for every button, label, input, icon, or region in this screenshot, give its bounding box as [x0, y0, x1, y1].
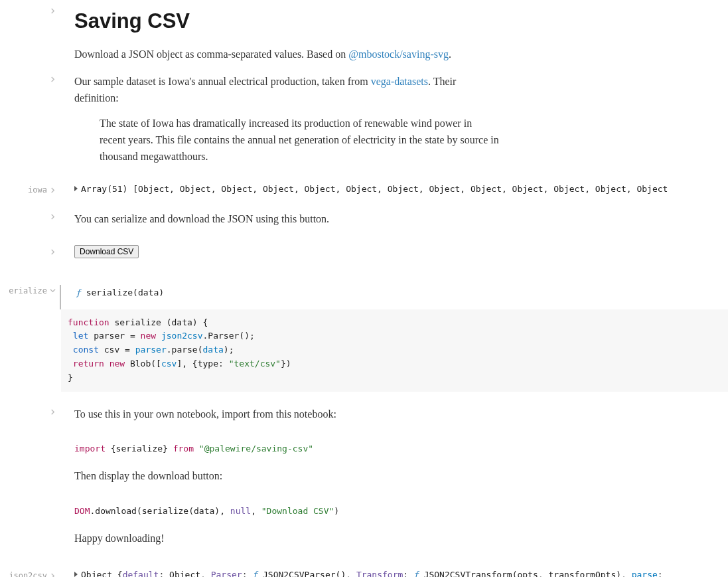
cell-title: Saving CSV Download a JSON object as com…	[0, 4, 728, 72]
import-line[interactable]: import {serialize} from "@palewire/savin…	[74, 440, 728, 459]
chevron-right-icon[interactable]	[48, 186, 57, 195]
definition-blockquote: The state of Iowa has dramatically incre…	[74, 116, 499, 165]
cell-sample: Our sample dataset is Iowa's annual elec…	[0, 72, 728, 165]
fn-f: ƒ	[76, 288, 81, 297]
sample-content: Our sample dataset is Iowa's annual elec…	[61, 72, 728, 165]
cell-explain: You can serialize and download the JSON …	[0, 210, 728, 237]
download-content: Download CSV	[61, 245, 728, 258]
intro-text: Download a JSON object as comma-separate…	[74, 48, 348, 60]
usage-content: To use this in your own notebook, import…	[61, 405, 728, 556]
intro-paragraph: Download a JSON object as comma-separate…	[74, 45, 499, 63]
dom-download-line[interactable]: DOM.download(serialize(data), null, "Dow…	[74, 502, 728, 521]
explain-content: You can serialize and download the JSON …	[61, 210, 486, 237]
gutter-json2csv: json2csv	[0, 571, 61, 577]
blockquote-text: The state of Iowa has dramatically incre…	[100, 118, 499, 162]
iowa-output-wrap: Array(51) [Object, Object, Object, Objec…	[61, 184, 728, 197]
cell-iowa: iowa Array(51) [Object, Object, Object, …	[0, 184, 728, 197]
page-title: Saving CSV	[74, 9, 728, 33]
chevron-down-icon[interactable]	[48, 286, 57, 295]
cell-usage: To use this in your own notebook, import…	[0, 405, 728, 556]
json2csv-scroll[interactable]: Object {default: Object, Parser: ƒ JSON2…	[74, 570, 728, 577]
sample-pre: Our sample dataset is Iowa's annual elec…	[74, 76, 371, 87]
iowa-output[interactable]: Array(51) [Object, Object, Object, Objec…	[74, 184, 728, 195]
title-content: Saving CSV Download a JSON object as com…	[61, 4, 728, 72]
iowa-label: iowa	[28, 185, 47, 195]
cell-json2csv: json2csv Object {default: Object, Parser…	[0, 570, 728, 577]
cell-download: Download CSV	[0, 245, 728, 258]
chevron-right-icon[interactable]	[48, 7, 57, 15]
gutter-serialize: erialize	[0, 285, 61, 295]
gutter	[0, 210, 61, 221]
happy: Happy downloading!	[74, 531, 499, 547]
chevron-right-icon[interactable]	[48, 75, 57, 84]
intro-link[interactable]: @mbostock/saving-svg	[348, 48, 449, 60]
serialize-explain: You can serialize and download the JSON …	[74, 211, 486, 228]
serialize-label: erialize	[9, 286, 47, 295]
chevron-right-icon[interactable]	[48, 408, 57, 416]
serialize-source[interactable]: function serialize (data) { let parser =…	[61, 309, 728, 392]
serialize-code: ƒ serialize(data) function serialize (da…	[61, 285, 728, 392]
chevron-right-icon[interactable]	[48, 248, 57, 256]
gutter	[0, 245, 61, 256]
json2csv-output-wrap: Object {default: Object, Parser: ƒ JSON2…	[61, 570, 728, 577]
sample-link[interactable]: vega-datasets	[371, 76, 428, 87]
intro-post: .	[449, 48, 451, 60]
gutter	[0, 4, 61, 15]
chevron-right-icon[interactable]	[48, 572, 57, 577]
chevron-right-icon[interactable]	[48, 212, 57, 221]
fn-signature: ƒ serialize(data)	[60, 285, 728, 309]
gutter-iowa: iowa	[0, 185, 61, 195]
json2csv-label: json2csv	[9, 571, 47, 577]
iowa-array-text: Array(51) [Object, Object, Object, Objec…	[81, 184, 668, 194]
disclose-icon[interactable]	[74, 186, 78, 191]
then-display: Then display the download button:	[74, 468, 499, 485]
fn-sig: serialize(data)	[81, 288, 164, 297]
iowa-scroll[interactable]: Array(51) [Object, Object, Object, Objec…	[74, 184, 728, 197]
cell-serialize: erialize ƒ serialize(data) function seri…	[0, 285, 728, 392]
disclose-icon[interactable]	[74, 572, 78, 577]
json2csv-output[interactable]: Object {default: Object, Parser: ƒ JSON2…	[74, 570, 728, 577]
gutter	[0, 72, 61, 84]
download-csv-button[interactable]: Download CSV	[74, 245, 139, 258]
use-in-notebook: To use this in your own notebook, import…	[74, 406, 499, 423]
gutter	[0, 405, 61, 416]
